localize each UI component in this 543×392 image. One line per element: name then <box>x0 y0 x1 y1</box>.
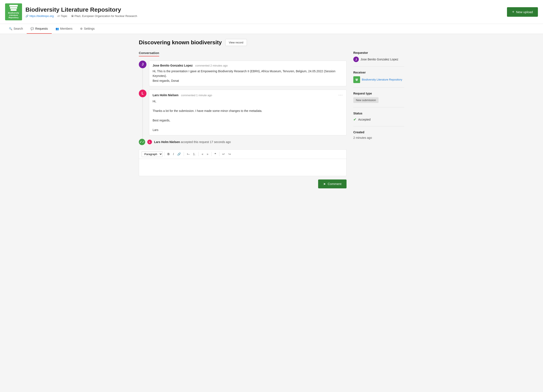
comment-author-line: Lars Holm Nielsen commented 1 minute ago <box>153 93 212 97</box>
comment-button-row: ➤ Comment <box>139 179 346 188</box>
event-avatar: L <box>147 140 152 144</box>
comment-body: Hi, Thanks a lot for the submission. I h… <box>153 99 343 132</box>
org-meta: Plazi, European Organization for Nuclear… <box>71 14 137 17</box>
requestor-section: Requestor J Jose Benito Gonzalez Lopez <box>353 51 404 67</box>
plus-icon: + <box>512 10 514 14</box>
page-header: Discovering known biodiversity View reco… <box>139 39 404 46</box>
blockquote-button[interactable]: ❝ <box>213 151 217 157</box>
bullet-list-button[interactable]: •– <box>186 151 191 157</box>
members-icon <box>56 27 59 30</box>
comment-body: Hi, This is the presentation I gave at E… <box>153 69 343 83</box>
link-icon <box>25 14 29 17</box>
avatar: L <box>139 90 147 97</box>
request-sidebar: Requestor J Jose Benito Gonzalez Lopez R… <box>353 51 404 148</box>
org-name: Plazi, European Organization for Nuclear… <box>75 14 137 17</box>
comment-author: Jose Benito Gonzalez Lopez <box>153 64 193 67</box>
thread-line <box>142 68 143 90</box>
comment-button-label: Comment <box>328 182 341 186</box>
comment-editor: Paragraph B I 🔗 •– 1. « » ❝ <box>139 149 346 176</box>
receiver-section: Receiver Biodiversity Literature Reposit… <box>353 71 404 88</box>
search-icon <box>9 27 12 30</box>
requestor-user: J Jose Benito Gonzalez Lopez <box>353 56 404 62</box>
comment-menu-button[interactable]: ··· <box>339 93 343 97</box>
toolbar-divider <box>219 152 219 156</box>
new-upload-label: New upload <box>516 10 533 14</box>
topic-meta: Topic <box>57 14 67 17</box>
app-logo: BiodiversityLiteratureRepository <box>5 3 22 20</box>
comment-timestamp: commented 1 minute ago <box>181 94 212 97</box>
content-layout: Conversation J Jose Benito Gonzalez Lope… <box>139 51 404 188</box>
new-upload-button[interactable]: + New upload <box>507 7 538 17</box>
app-url[interactable]: https://biolitrepo.org <box>29 14 54 17</box>
settings-icon <box>80 27 83 30</box>
header-left: BiodiversityLiteratureRepository Biodive… <box>5 3 137 20</box>
nav-requests[interactable]: Requests <box>27 24 51 34</box>
editor-toolbar: Paragraph B I 🔗 •– 1. « » ❝ <box>139 150 346 159</box>
app-title-block: Biodiversity Literature Repository https… <box>25 6 137 17</box>
nav-search[interactable]: Search <box>5 24 27 34</box>
accepted-text: Lars Holm Nielsen accepted this request … <box>154 140 231 144</box>
bold-button[interactable]: B <box>166 151 171 157</box>
receiver-label: Receiver <box>353 71 404 74</box>
redo-button[interactable]: ↪ <box>227 151 232 157</box>
italic-button[interactable]: I <box>172 151 175 157</box>
comment-timestamp: commented 2 minutes ago <box>195 64 228 67</box>
check-icon: ✓ <box>139 140 145 144</box>
requestor-name: Jose Benito Gonzalez Lopez <box>361 58 398 61</box>
url-meta: https://biolitrepo.org <box>25 14 54 17</box>
comment-card: Lars Holm Nielsen commented 1 minute ago… <box>149 90 346 135</box>
requestor-avatar: J <box>353 56 359 62</box>
receiver-info: Biodiversity Literature Repository <box>353 76 404 83</box>
comment-header: Jose Benito Gonzalez Lopez commented 2 m… <box>153 64 343 67</box>
comment-card: Jose Benito Gonzalez Lopez commented 2 m… <box>149 61 346 86</box>
created-section: Created 2 minutes ago <box>353 130 404 144</box>
requests-icon <box>30 27 34 30</box>
comment-item: L Lars Holm Nielsen commented 1 minute a… <box>139 90 346 135</box>
avatar: J <box>139 61 147 68</box>
comment-author-line: Jose Benito Gonzalez Lopez commented 2 m… <box>153 64 228 67</box>
comment-input[interactable] <box>139 159 346 176</box>
nav-settings[interactable]: Settings <box>76 24 99 34</box>
status-item: ✔ Accepted <box>353 117 404 122</box>
ordered-list-button[interactable]: 1. <box>192 151 197 157</box>
app-title: Biodiversity Literature Repository <box>25 6 137 13</box>
nav-members[interactable]: Members <box>52 24 76 34</box>
accepted-event: ✓ L Lars Holm Nielsen accepted this requ… <box>139 139 346 145</box>
request-type-label: Request type <box>353 92 404 95</box>
link-button[interactable]: 🔗 <box>176 151 182 157</box>
send-icon: ➤ <box>323 182 326 186</box>
header-meta: https://biolitrepo.org Topic Plazi, Euro… <box>25 14 137 17</box>
created-label: Created <box>353 130 404 134</box>
status-label: Status <box>353 112 404 115</box>
view-record-button[interactable]: View record <box>225 39 247 46</box>
receiver-name[interactable]: Biodiversity Literature Repository <box>362 78 402 82</box>
status-value: Accepted <box>358 118 370 121</box>
header: BiodiversityLiteratureRepository Biodive… <box>0 0 543 24</box>
indent-left-button[interactable]: « <box>200 151 204 157</box>
comment-author: Lars Holm Nielsen <box>153 93 178 97</box>
main-content-area: Discovering known biodiversity View reco… <box>134 34 409 193</box>
page-title: Discovering known biodiversity <box>139 39 222 46</box>
created-value: 2 minutes ago <box>353 136 404 140</box>
accepted-icon: ✓ <box>139 139 145 145</box>
toolbar-divider <box>164 152 164 156</box>
comment-item: J Jose Benito Gonzalez Lopez commented 2… <box>139 61 346 86</box>
receiver-logo <box>353 76 360 83</box>
topic-label: Topic <box>61 14 67 17</box>
conversation-tab[interactable]: Conversation <box>139 51 159 56</box>
submit-comment-button[interactable]: ➤ Comment <box>318 179 346 188</box>
request-type-section: Request type New submission <box>353 92 404 107</box>
thread-line <box>142 97 143 139</box>
main-nav: Search Requests Members Settings <box>0 24 543 34</box>
org-icon <box>71 14 74 17</box>
undo-button[interactable]: ↩ <box>221 151 226 157</box>
request-type-badge: New submission <box>353 97 379 103</box>
format-select[interactable]: Paragraph <box>141 151 163 157</box>
status-section: Status ✔ Accepted <box>353 112 404 126</box>
tag-icon <box>57 14 60 17</box>
comment-header: Lars Holm Nielsen commented 1 minute ago… <box>153 93 343 97</box>
requestor-label: Requestor <box>353 51 404 55</box>
conversation-panel: Conversation J Jose Benito Gonzalez Lope… <box>139 51 346 188</box>
indent-right-button[interactable]: » <box>205 151 210 157</box>
status-check-icon: ✔ <box>353 117 356 122</box>
